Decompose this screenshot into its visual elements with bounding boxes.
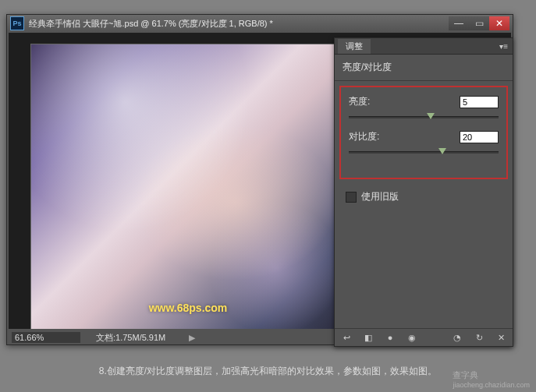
panel-subtitle: 亮度/对比度: [335, 55, 513, 81]
maximize-button[interactable]: ▭: [469, 16, 489, 30]
panel-btn-preview-icon[interactable]: ◔: [450, 331, 464, 344]
zoom-value[interactable]: 61.66%: [12, 332, 80, 343]
brightness-thumb[interactable]: [427, 113, 435, 119]
panel-btn-delete-icon[interactable]: ✕: [494, 331, 508, 344]
contrast-input[interactable]: 20: [460, 131, 499, 143]
contrast-row: 对比度: 20: [349, 130, 499, 143]
brightness-slider[interactable]: [349, 111, 499, 122]
panel-bottom-bar: ↩ ◧ ● ◉ ◔ ↻ ✕: [335, 328, 513, 346]
status-menu-arrow[interactable]: ▶: [189, 333, 195, 343]
minimize-button[interactable]: —: [449, 16, 469, 30]
contrast-slider[interactable]: [349, 147, 499, 157]
panel-btn-clip-icon[interactable]: ◧: [361, 331, 375, 344]
doc-size: 文档:1.75M/5.91M: [96, 332, 165, 344]
panel-btn-eye-icon[interactable]: ◉: [405, 331, 419, 344]
use-legacy-label: 使用旧版: [361, 190, 399, 203]
panel-btn-reset-icon[interactable]: ↻: [472, 331, 486, 344]
image-preview: www.68ps.com: [30, 44, 346, 329]
ps-icon: Ps: [10, 16, 24, 30]
panel-tab-bar: 调整 ▾≡: [335, 38, 513, 55]
adjustments-panel: 调整 ▾≡ 亮度/对比度 亮度: 5 对比度: 20 使用旧版 ↩ ◧ ● ◉ …: [334, 37, 513, 347]
image-watermark: www.68ps.com: [149, 302, 228, 314]
panel-btn-mask-icon[interactable]: ●: [383, 331, 397, 344]
site-name: 查字典: [453, 370, 478, 380]
contrast-thumb[interactable]: [438, 148, 446, 154]
brightness-track: [349, 116, 499, 118]
contrast-track: [349, 151, 499, 154]
close-button[interactable]: ✕: [489, 16, 509, 30]
brightness-contrast-controls: 亮度: 5 对比度: 20: [339, 86, 508, 179]
site-watermark: 查字典 jiaocheng.chazidian.com: [453, 369, 530, 389]
brightness-input[interactable]: 5: [460, 96, 499, 108]
panel-btn-back-icon[interactable]: ↩: [339, 331, 353, 344]
panel-menu-icon[interactable]: ▾≡: [499, 42, 508, 51]
use-legacy-row: 使用旧版: [335, 184, 513, 210]
window-title: 经典牵手情侣 大眼仔~旭.psd @ 61.7% (亮度/对比度 1, RGB/…: [29, 18, 449, 30]
brightness-row: 亮度: 5: [349, 95, 499, 108]
title-bar: Ps 经典牵手情侣 大眼仔~旭.psd @ 61.7% (亮度/对比度 1, R…: [7, 15, 513, 32]
panel-tab-adjustments[interactable]: 调整: [338, 39, 371, 54]
brightness-label: 亮度:: [349, 95, 396, 108]
site-url: jiaocheng.chazidian.com: [453, 381, 530, 389]
use-legacy-checkbox[interactable]: [346, 192, 357, 203]
window-controls: — ▭ ✕: [449, 16, 509, 30]
contrast-label: 对比度:: [349, 130, 396, 143]
